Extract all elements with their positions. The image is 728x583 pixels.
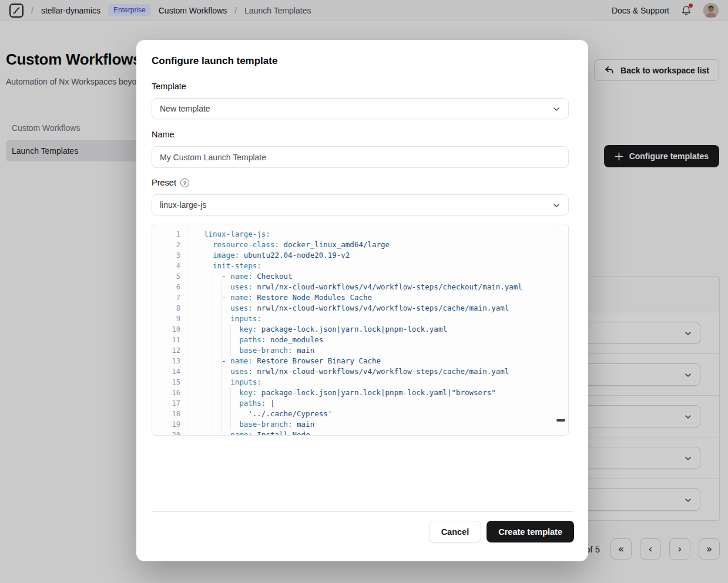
- line-number: 17: [152, 398, 180, 409]
- line-number: 10: [152, 324, 180, 335]
- line-number: 8: [152, 303, 180, 314]
- code-text: key: package-lock.json|yarn.lock|pnpm-lo…: [180, 324, 447, 335]
- create-template-button[interactable]: Create template: [487, 521, 574, 542]
- chevron-down-icon: [552, 105, 561, 114]
- modal-title: Configure launch template: [152, 55, 277, 67]
- code-line: 5 - name: Checkout: [152, 271, 568, 282]
- help-icon[interactable]: ?: [180, 178, 189, 187]
- preset-field-label: Preset ?: [152, 178, 189, 187]
- code-text: image: ubuntu22.04-node20.19-v2: [180, 250, 350, 261]
- code-text: - name: Restore Browser Binary Cache: [180, 356, 381, 366]
- line-number: 2: [152, 240, 180, 250]
- code-text: base-branch: main: [180, 345, 314, 356]
- code-text: - name: Restore Node Modules Cache: [180, 292, 372, 303]
- code-line: 19 base-branch: main: [152, 419, 568, 430]
- name-input-value: My Custom Launch Template: [160, 153, 266, 162]
- line-number: 1: [152, 229, 180, 240]
- modal-footer: Cancel Create template: [152, 521, 574, 542]
- line-number: 14: [152, 366, 180, 377]
- code-text: resource-class: docker_linux_amd64/large: [180, 240, 390, 250]
- code-line: 4 init-steps:: [152, 261, 568, 271]
- line-number: 13: [152, 356, 180, 366]
- template-select-value: New template: [160, 104, 210, 113]
- code-line: 16 key: package-lock.json|yarn.lock|pnpm…: [152, 387, 568, 398]
- code-line: 14 uses: nrwl/nx-cloud-workflows/v4/work…: [152, 366, 568, 377]
- code-line: 13 - name: Restore Browser Binary Cache: [152, 356, 568, 366]
- code-line: 17 paths: |: [152, 398, 568, 409]
- code-line: 2 resource-class: docker_linux_amd64/lar…: [152, 240, 568, 250]
- name-input[interactable]: My Custom Launch Template: [152, 146, 569, 168]
- preset-label-text: Preset: [152, 178, 176, 187]
- code-line: 7 - name: Restore Node Modules Cache: [152, 292, 568, 303]
- line-number: 12: [152, 345, 180, 356]
- line-number: 16: [152, 387, 180, 398]
- yaml-code-editor[interactable]: 1linux-large-js:2 resource-class: docker…: [152, 224, 569, 436]
- line-number: 19: [152, 419, 180, 430]
- cancel-button[interactable]: Cancel: [429, 521, 482, 542]
- code-text: uses: nrwl/nx-cloud-workflows/v4/workflo…: [180, 303, 509, 314]
- line-number: 4: [152, 261, 180, 271]
- code-line: 12 base-branch: main: [152, 345, 568, 356]
- code-line: 20 - name: Install Node: [152, 430, 568, 436]
- code-text: base-branch: main: [180, 419, 314, 430]
- code-line: 15 inputs:: [152, 377, 568, 387]
- name-field-label: Name: [152, 130, 175, 139]
- line-number: 9: [152, 314, 180, 324]
- code-text: linux-large-js:: [180, 229, 270, 240]
- preset-select-value: linux-large-js: [160, 200, 206, 210]
- code-text: paths: node_modules: [180, 335, 323, 345]
- footer-divider: [152, 511, 573, 512]
- app-window: / stellar-dynamics Enterprise Custom Wor…: [0, 0, 728, 583]
- template-select[interactable]: New template: [152, 98, 569, 119]
- code-text: init-steps:: [180, 261, 261, 271]
- code-text: uses: nrwl/nx-cloud-workflows/v4/workflo…: [180, 366, 509, 377]
- code-text: - name: Checkout: [180, 271, 293, 282]
- chevron-down-icon: [552, 201, 561, 210]
- code-line: 18 '../.cache/Cypress': [152, 409, 568, 419]
- code-line: 10 key: package-lock.json|yarn.lock|pnpm…: [152, 324, 568, 335]
- line-number: 6: [152, 282, 180, 292]
- code-line: 6 uses: nrwl/nx-cloud-workflows/v4/workf…: [152, 282, 568, 292]
- line-number: 5: [152, 271, 180, 282]
- line-number: 3: [152, 250, 180, 261]
- code-line: 3 image: ubuntu22.04-node20.19-v2: [152, 250, 568, 261]
- code-text: inputs:: [180, 314, 261, 324]
- configure-launch-template-modal: Configure launch template Template New t…: [136, 40, 588, 561]
- line-number: 7: [152, 292, 180, 303]
- template-label-text: Template: [152, 82, 186, 91]
- code-lines: 1linux-large-js:2 resource-class: docker…: [152, 229, 568, 436]
- line-number: 20: [152, 430, 180, 436]
- template-field-label: Template: [152, 82, 186, 91]
- line-number: 11: [152, 335, 180, 345]
- code-line: 8 uses: nrwl/nx-cloud-workflows/v4/workf…: [152, 303, 568, 314]
- code-text: '../.cache/Cypress': [180, 409, 332, 419]
- code-text: - name: Install Node: [180, 430, 310, 436]
- preset-select[interactable]: linux-large-js: [152, 194, 569, 215]
- code-text: inputs:: [180, 377, 261, 387]
- name-label-text: Name: [152, 130, 175, 139]
- code-text: key: package-lock.json|yarn.lock|pnpm-lo…: [180, 387, 496, 398]
- line-number: 18: [152, 409, 180, 419]
- code-text: paths: |: [180, 398, 274, 409]
- code-line: 11 paths: node_modules: [152, 335, 568, 345]
- line-number: 15: [152, 377, 180, 387]
- code-text: uses: nrwl/nx-cloud-workflows/v4/workflo…: [180, 282, 522, 292]
- code-line: 9 inputs:: [152, 314, 568, 324]
- code-line: 1linux-large-js:: [152, 229, 568, 240]
